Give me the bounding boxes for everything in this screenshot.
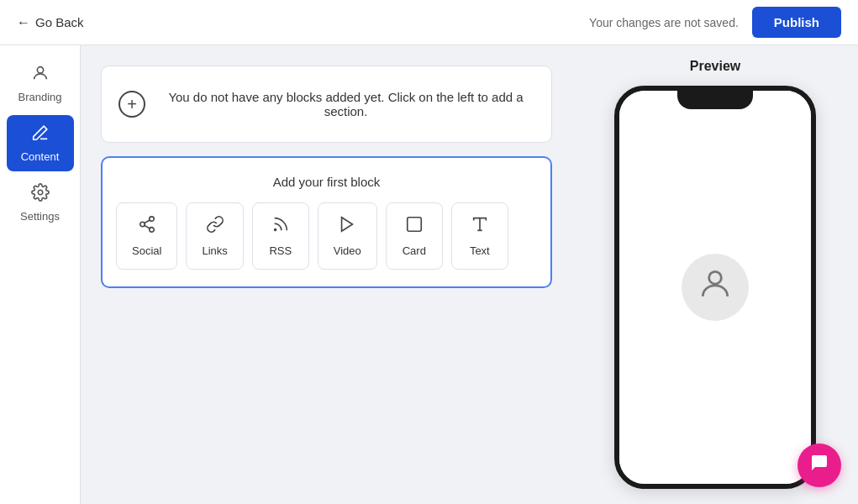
sidebar-item-settings[interactable]: Settings [7,175,74,231]
empty-state-panel: + You do not have any blocks added yet. … [101,66,552,143]
content-area: + You do not have any blocks added yet. … [81,45,572,504]
links-label: Links [202,244,227,257]
content-icon [31,123,50,146]
block-option-text[interactable]: Text [451,202,508,270]
block-option-links[interactable]: Links [186,202,243,270]
preview-panel: Preview [572,45,858,504]
svg-point-7 [274,229,276,231]
publish-button[interactable]: Publish [752,7,841,38]
phone-mockup [614,86,816,489]
empty-state-text: You do not have any blocks added yet. Cl… [157,90,534,118]
user-avatar-icon [697,265,734,310]
add-section-icon[interactable]: + [118,91,145,118]
chat-bubble-button[interactable] [797,444,841,487]
first-block-title: Add your first block [116,175,537,189]
go-back-button[interactable]: ← Go Back [17,15,84,30]
svg-line-5 [145,225,150,228]
links-icon [206,215,224,238]
block-option-rss[interactable]: RSS [252,202,309,270]
svg-rect-9 [408,218,422,232]
sidebar-item-content[interactable]: Content [7,115,74,171]
svg-line-6 [145,220,150,223]
settings-icon [31,183,50,206]
preview-title: Preview [690,59,740,74]
sidebar-branding-label: Branding [18,91,61,103]
text-label: Text [470,244,490,257]
svg-point-0 [37,67,43,73]
block-option-social[interactable]: Social [116,202,177,270]
social-label: Social [132,244,161,257]
go-back-label: Go Back [35,15,84,29]
first-block-panel: Add your first block Social [101,156,552,288]
svg-marker-8 [342,218,353,232]
sidebar-settings-label: Settings [20,210,60,223]
card-label: Card [403,244,426,257]
video-label: Video [334,244,361,257]
svg-point-2 [149,217,154,222]
sidebar-content-label: Content [21,150,60,163]
header: ← Go Back Your changes are not saved. Pu… [0,0,858,45]
social-icon [138,215,156,238]
unsaved-status-text: Your changes are not saved. [589,16,739,29]
card-icon [405,215,424,238]
video-icon [338,215,356,238]
svg-point-12 [709,271,722,284]
rss-icon [271,215,290,238]
text-icon [471,215,489,238]
svg-point-4 [149,228,154,233]
sidebar: Branding Content Settings [0,45,81,504]
back-arrow-icon: ← [17,15,30,30]
branding-icon [31,64,50,87]
sidebar-item-branding[interactable]: Branding [7,55,74,112]
svg-point-3 [139,222,145,227]
phone-notch [677,91,753,109]
block-option-video[interactable]: Video [318,202,377,270]
rss-label: RSS [269,244,292,257]
block-option-card[interactable]: Card [386,202,443,270]
chat-icon [809,453,829,478]
block-options-list: Social Links [116,202,537,270]
svg-point-1 [38,190,43,195]
header-right: Your changes are not saved. Publish [589,7,841,38]
avatar [682,254,749,321]
main-layout: Branding Content Settings [0,45,858,504]
phone-content [619,91,811,484]
